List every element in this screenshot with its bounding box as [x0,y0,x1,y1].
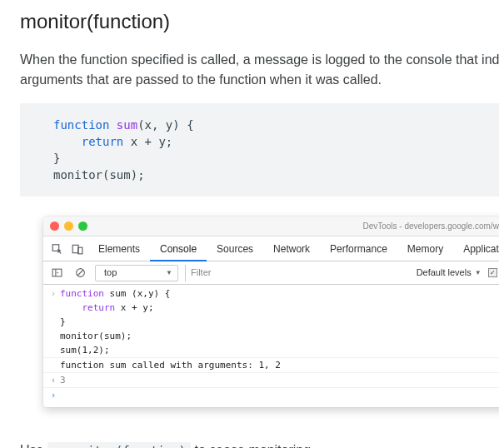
checkbox-icon: ✓ [488,268,497,277]
return-value: 3 [60,374,66,386]
tab-network[interactable]: Network [263,236,320,261]
svg-marker-5 [57,271,58,273]
svg-line-7 [77,270,83,276]
log-message: function sum called with arguments: 1, 2 [60,359,281,371]
closing-text: Use unmonitor(function) to cease monitor… [20,441,499,448]
sidebar-toggle-icon[interactable] [48,265,65,281]
context-label: top [104,266,117,280]
tab-application[interactable]: Application [453,236,499,261]
tab-console[interactable]: Console [150,236,207,261]
tab-sources[interactable]: Sources [207,236,263,261]
log-levels-selector[interactable]: Default levels ▼ [417,266,482,280]
minimize-icon[interactable] [64,222,73,231]
console-filterbar: top ▼ Filter Default levels ▼ ✓ Group si… [43,261,499,285]
description-text: When the function specified is called, a… [20,50,499,90]
prompt-chevron-icon[interactable]: › [47,389,60,401]
inspect-icon[interactable] [48,240,67,258]
devtools-tabbar: Elements Console Sources Network Perform… [43,236,499,261]
inline-code: unmonitor(function) [47,442,191,448]
chevron-down-icon: ▼ [166,268,172,278]
window-titlebar: DevTools - developers.google.com/web/sho… [43,217,499,236]
tab-performance[interactable]: Performance [320,236,397,261]
maximize-icon[interactable] [78,222,87,231]
output-chevron-icon: ‹ [47,374,60,386]
group-similar-toggle[interactable]: ✓ Group similar [488,266,499,280]
window-title: DevTools - developers.google.com/web/sho… [362,220,499,232]
input-chevron-icon: › [47,287,60,300]
device-icon[interactable] [68,240,87,258]
filter-input[interactable]: Filter [185,265,410,281]
page-heading: monitor(function) [20,7,499,37]
chevron-down-icon: ▼ [475,268,482,278]
traffic-lights [50,222,87,231]
devtools-screenshot: DevTools - developers.google.com/web/sho… [43,217,499,407]
console-output: › function sum (x,y) { return x + y; } m… [43,285,499,407]
context-selector[interactable]: top ▼ [95,265,178,281]
tab-memory[interactable]: Memory [397,236,453,261]
tab-elements[interactable]: Elements [88,236,150,261]
close-icon[interactable] [50,222,59,231]
clear-console-icon[interactable] [72,265,88,281]
example-code-block: function sum(x, y) { return x + y; } mon… [20,103,499,197]
